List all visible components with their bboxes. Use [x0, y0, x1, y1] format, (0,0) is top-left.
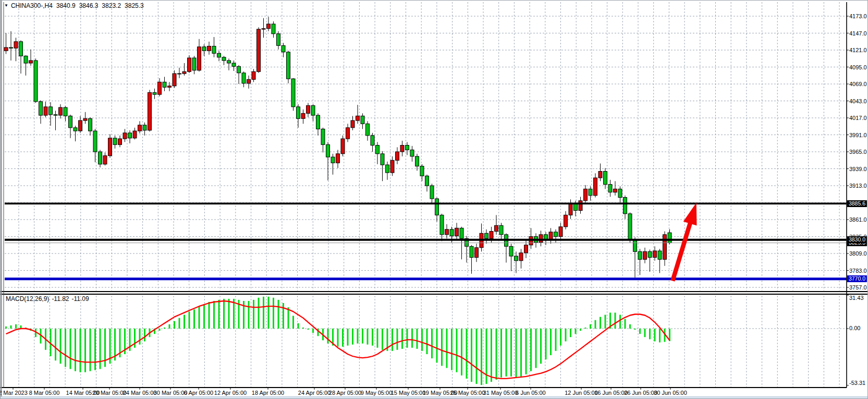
candle-body [509, 246, 513, 256]
time-axis-label[interactable]: 26 Jun 05:00 [624, 390, 657, 396]
candle-body [390, 160, 394, 173]
candle-body [39, 102, 43, 115]
candle-body [19, 42, 23, 56]
bottom-scroll-strip[interactable] [1, 396, 868, 399]
candle-body [158, 82, 162, 94]
candle-body [297, 107, 300, 119]
time-axis-label[interactable]: 30 Mar 05:00 [154, 390, 188, 396]
candle-body [252, 71, 255, 79]
candle-body [326, 144, 330, 157]
candle-body [133, 131, 137, 138]
candle-body [69, 116, 72, 128]
time-axis-label[interactable]: 16 Jun 05:00 [594, 390, 628, 396]
candle-body [173, 74, 176, 86]
candle-body [346, 128, 350, 139]
price-axis-label: 4147.0 [849, 30, 867, 37]
candle-body [396, 152, 399, 160]
candle-body [128, 133, 132, 138]
macd-axis-min: -53.31 [849, 380, 865, 386]
candle-body [366, 124, 370, 135]
candle-body [103, 156, 107, 164]
candle-body [475, 248, 479, 258]
candle-body [406, 146, 409, 150]
time-axis-label[interactable]: 24 Apr 05:00 [298, 390, 331, 396]
time-axis-label[interactable]: 18 Apr 05:00 [252, 390, 284, 396]
candle-body [624, 198, 627, 214]
candle-body [658, 251, 662, 259]
trend-arrow-head[interactable] [683, 203, 697, 226]
candle-body [371, 136, 374, 146]
candle-body [668, 233, 671, 243]
macd-axis-max: 31.43 [849, 295, 864, 301]
price-axis-label: 3913.0 [849, 183, 867, 189]
time-axis-label[interactable]: 20 Mar 05:00 [93, 390, 127, 396]
candle-body [499, 225, 503, 235]
time-axis-label[interactable]: 9 May 05:00 [361, 390, 393, 396]
time-axis-label[interactable]: 24 Mar 05:00 [123, 390, 157, 396]
time-axis-label[interactable]: 6 Apr 05:00 [184, 390, 213, 396]
candle-body [54, 115, 57, 115]
time-axis-label[interactable]: 15 May 05:00 [391, 390, 426, 396]
candle-body [262, 29, 265, 29]
candlestick-chart-canvas[interactable] [1, 1, 868, 399]
trend-arrow-shaft[interactable] [673, 221, 691, 281]
time-axis-label[interactable]: 6 Jun 05:00 [516, 390, 546, 396]
title-low: 3823.2 [102, 2, 121, 9]
symbol-dropdown-icon[interactable]: ▼ [4, 3, 8, 8]
candle-body [148, 92, 152, 130]
macd-main-value: -11.82 [52, 295, 69, 303]
candle-body [618, 189, 622, 197]
candle-body [49, 107, 53, 115]
candle-body [638, 251, 642, 259]
candle-body [113, 138, 117, 145]
candle-body [410, 150, 414, 156]
candle-body [138, 125, 142, 131]
macd-indicator-label: MACD(12,26,9)-11.82-11.09 [6, 295, 89, 303]
time-axis-label[interactable]: 12 Jun 05:00 [565, 390, 598, 396]
price-axis-label: 4043.0 [849, 98, 867, 104]
candle-body [386, 165, 389, 173]
candle-body [29, 61, 33, 63]
candle-body [59, 107, 63, 115]
time-axis-label[interactable]: 28 Apr 05:00 [329, 390, 361, 396]
time-axis-label[interactable]: 31 May 05:00 [483, 390, 518, 396]
candle-body [455, 228, 459, 236]
candle-body [257, 29, 261, 71]
candle-body [321, 129, 325, 144]
candle-body [460, 228, 463, 238]
trading-chart-window: 4173.04147.04121.04095.04069.04043.04017… [0, 0, 868, 399]
time-axis-label[interactable]: 8 Mar 05:00 [29, 390, 60, 396]
candle-body [14, 42, 18, 49]
time-axis-label[interactable]: 12 Apr 05:00 [214, 390, 247, 396]
time-axis-label[interactable]: 2 Mar 2023 [0, 390, 28, 396]
macd-signal-value: -11.09 [72, 295, 89, 303]
macd-name: MACD(12,26,9) [6, 295, 49, 303]
time-axis-label[interactable]: 25 May 05:00 [450, 390, 485, 396]
candle-body [415, 156, 419, 166]
price-marker-badge: 3885.6 [847, 200, 867, 207]
candle-body [74, 128, 77, 131]
price-axis-label: 4069.0 [849, 81, 867, 87]
candle-body [435, 199, 439, 215]
candle-body [450, 229, 454, 236]
candle-body [495, 225, 498, 231]
candle-body [336, 154, 340, 163]
candle-body [604, 172, 607, 185]
price-axis-label: 4121.0 [849, 47, 867, 53]
candle-body [574, 204, 578, 211]
candle-body [291, 79, 295, 107]
candle-body [282, 45, 285, 52]
candle-body [643, 251, 647, 259]
time-axis-label[interactable]: 30 Jun 05:00 [654, 390, 687, 396]
candle-body [207, 46, 211, 51]
chart-title: ▼CHINA300-,H43840.93846.33823.23825.3 [4, 2, 144, 9]
candle-body [485, 233, 488, 238]
candle-body [549, 232, 553, 240]
candle-body [287, 52, 290, 79]
title-symbol-timeframe: CHINA300-,H4 [11, 2, 53, 9]
price-axis-label: 3965.0 [849, 149, 867, 155]
price-marker-badge: 3830.0 [847, 236, 867, 243]
candle-body [242, 73, 246, 83]
candle-body [163, 82, 166, 87]
candle-body [598, 172, 602, 178]
